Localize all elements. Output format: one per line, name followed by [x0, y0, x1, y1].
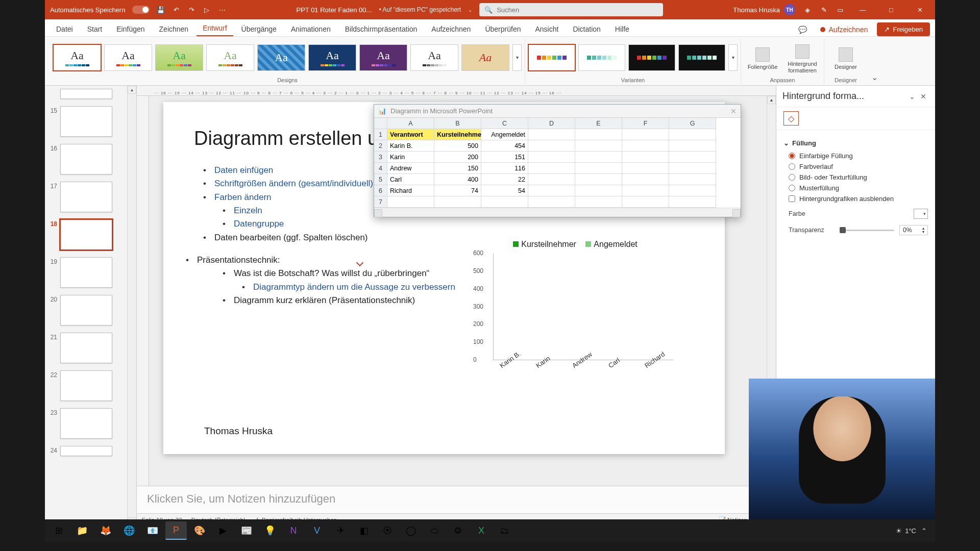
variant-4[interactable] — [678, 44, 725, 71]
taskbar-app6-icon[interactable]: ⦿ — [377, 521, 398, 540]
fill-section-header[interactable]: ⌄Füllung — [783, 139, 928, 147]
datasheet-close-icon[interactable]: ✕ — [730, 107, 737, 115]
cell[interactable]: 54 — [481, 185, 528, 196]
taskbar-app2-icon[interactable]: 📰 — [236, 521, 257, 540]
taskbar-explorer-icon[interactable]: 📁 — [71, 521, 93, 540]
taskbar-app9-icon[interactable]: 🗂 — [494, 521, 516, 540]
bullet-text[interactable]: Was ist die Botschaft? Was willst du „rü… — [234, 268, 429, 278]
slide-stage[interactable]: Diagramm erstellen und formati Daten ein… — [149, 96, 776, 486]
tab-uebergaenge[interactable]: Übergänge — [235, 22, 283, 36]
bullet-text[interactable]: Präsentationstechnik: — [197, 255, 280, 265]
bullet-text[interactable]: Datengruppe — [234, 219, 284, 229]
cell[interactable]: Verantwort — [387, 129, 434, 140]
save-icon[interactable]: 💾 — [157, 6, 165, 14]
bullet-text[interactable]: Diagramm kurz erklären (Präsentationstec… — [234, 295, 415, 305]
comments-icon[interactable]: 💬 — [794, 23, 811, 36]
cell[interactable]: 74 — [434, 185, 481, 196]
notes-pane[interactable]: Klicken Sie, um Notizen hinzuzufügen — [137, 486, 776, 513]
cell[interactable] — [575, 185, 622, 196]
document-title[interactable]: PPT 01 Roter Faden 00... — [296, 6, 372, 14]
bullet-text[interactable]: Daten einfügen — [214, 165, 273, 175]
cell[interactable] — [528, 185, 575, 196]
search-input[interactable] — [497, 6, 658, 14]
theme-6[interactable]: Aa — [308, 44, 356, 71]
taskbar-chrome-icon[interactable]: 🌐 — [118, 521, 140, 540]
share-button[interactable]: ↗ Freigeben — [877, 22, 930, 36]
cell[interactable]: 4 — [374, 163, 387, 174]
cell[interactable] — [669, 196, 716, 208]
tab-entwurf[interactable]: Entwurf — [197, 21, 233, 36]
cell[interactable]: 454 — [481, 140, 528, 152]
cell[interactable]: 200 — [434, 152, 481, 163]
bullet-text[interactable]: Farben ändern — [214, 192, 272, 202]
cell[interactable]: 150 — [434, 163, 481, 174]
cell[interactable]: 116 — [481, 163, 528, 174]
cell[interactable] — [528, 140, 575, 152]
cell[interactable] — [669, 163, 716, 174]
bullet-text[interactable]: Daten bearbeiten (ggf. Spalten löschen) — [214, 233, 368, 242]
cell[interactable] — [622, 152, 669, 163]
autosave-toggle[interactable] — [132, 6, 150, 14]
save-location[interactable]: • Auf "diesem PC" gespeichert — [379, 6, 461, 13]
thumbnail-slide[interactable]: 24 — [47, 446, 133, 456]
theme-1[interactable]: Aa — [53, 44, 101, 71]
minimize-button[interactable]: — — [852, 0, 873, 19]
tab-datei[interactable]: Datei — [50, 22, 79, 36]
format-background-button[interactable]: Hintergrund formatieren — [784, 41, 821, 73]
tab-start[interactable]: Start — [81, 22, 109, 36]
pen-icon[interactable]: ✎ — [820, 6, 828, 14]
cell[interactable] — [669, 129, 716, 140]
col-header[interactable]: C — [481, 118, 528, 129]
datasheet-hscroll[interactable] — [374, 208, 741, 217]
cell[interactable] — [528, 163, 575, 174]
col-header[interactable]: D — [528, 118, 575, 129]
cell[interactable] — [528, 129, 575, 140]
cell[interactable] — [575, 196, 622, 208]
tab-bildschirmpraesentation[interactable]: Bildschirmpräsentation — [339, 22, 424, 36]
tab-einfuegen[interactable]: Einfügen — [110, 22, 151, 36]
cell[interactable] — [528, 174, 575, 185]
cell[interactable]: Carl — [387, 174, 434, 185]
cell[interactable] — [434, 196, 481, 208]
thumbnail-slide[interactable]: 18 — [47, 219, 133, 250]
cell[interactable] — [575, 163, 622, 174]
col-header[interactable]: A — [387, 118, 434, 129]
theme-4[interactable]: Aa — [206, 44, 254, 71]
format-pane-close-icon[interactable]: ✕ — [918, 92, 929, 101]
taskbar-app7-icon[interactable]: ◯ — [400, 521, 422, 540]
color-picker[interactable] — [914, 209, 928, 219]
cell[interactable] — [575, 140, 622, 152]
stage-scroll-up-icon[interactable]: ▲ — [767, 96, 776, 104]
col-header[interactable]: B — [434, 118, 481, 129]
taskbar-settings-icon[interactable]: ⚙ — [447, 521, 469, 540]
cell[interactable] — [575, 152, 622, 163]
tab-animationen[interactable]: Animationen — [285, 22, 337, 36]
taskbar-outlook-icon[interactable]: 📧 — [142, 521, 163, 540]
undo-icon[interactable]: ↶ — [172, 6, 180, 14]
format-pane-options-icon[interactable]: ⌄ — [906, 92, 918, 101]
taskbar-telegram-icon[interactable]: ✈ — [330, 521, 351, 540]
cell[interactable]: 7 — [374, 196, 387, 208]
cell[interactable] — [622, 196, 669, 208]
cell[interactable] — [669, 140, 716, 152]
cell[interactable] — [622, 140, 669, 152]
fill-tab-icon[interactable]: ◇ — [783, 111, 799, 126]
transparency-value[interactable]: 0%▴▾ — [899, 225, 928, 235]
thumbnail-slide[interactable] — [47, 89, 133, 99]
close-button[interactable]: ✕ — [910, 0, 930, 19]
col-header[interactable]: F — [622, 118, 669, 129]
cell[interactable]: 6 — [374, 185, 387, 196]
user-chip[interactable]: Thomas Hruska TH — [733, 4, 795, 15]
taskbar-weather[interactable]: ☀1°C — [896, 527, 916, 535]
bullet-text[interactable]: Einzeln — [234, 206, 262, 215]
title-dropdown-icon[interactable]: ⌄ — [468, 7, 472, 13]
taskbar-app4-icon[interactable]: V — [306, 521, 328, 540]
tab-hilfe[interactable]: Hilfe — [609, 22, 635, 36]
cell[interactable] — [622, 185, 669, 196]
cell[interactable]: Angemeldet — [481, 129, 528, 140]
cell[interactable] — [575, 129, 622, 140]
tray-chevron-icon[interactable]: ⌃ — [921, 527, 927, 535]
col-header[interactable]: E — [575, 118, 622, 129]
designer-button[interactable]: Designer — [827, 44, 864, 70]
cell[interactable]: Andrew — [387, 163, 434, 174]
